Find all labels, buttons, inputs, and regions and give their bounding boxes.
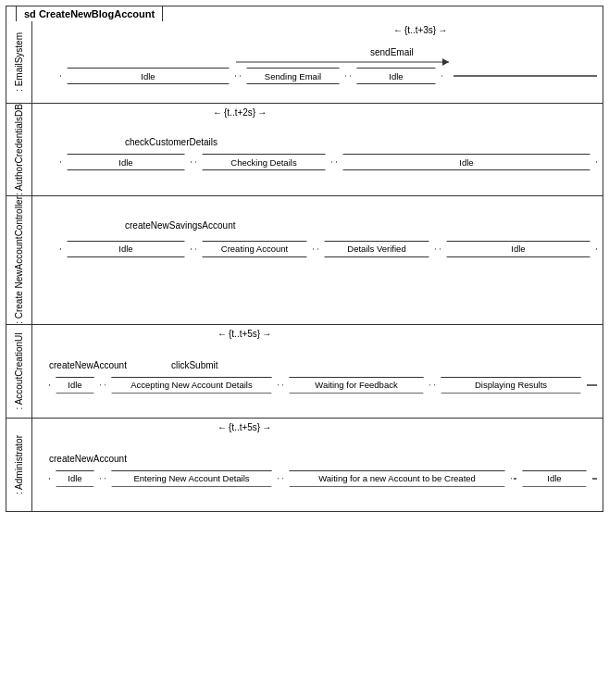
svg-marker-3 <box>442 58 449 66</box>
duration-text-email: {t..t+3s} <box>404 25 436 35</box>
arrow-left-author: ← <box>213 107 222 118</box>
lane-content-ui: ← {t..t+5s} → createNewAccount clickSubm… <box>32 325 603 418</box>
lane-content-author: ← {t..t+2s} → checkCustomerDetails Idle … <box>32 104 603 193</box>
msg-create-new-acct-ui: createNewAccount <box>49 360 127 370</box>
diagram-title: sd CreateNewBlogAccount <box>16 6 163 21</box>
lifeline-svg-email <box>32 21 603 103</box>
msg-create-savings: createNewSavingsAccount <box>125 220 236 231</box>
arrow-left-ui: ← <box>218 329 227 339</box>
state-accepting-details: Accepting New Account Details <box>105 377 279 394</box>
sequence-diagram: sd CreateNewBlogAccount : EmailSystem ← … <box>6 6 603 512</box>
msg-send-email: sendEmail <box>370 47 414 57</box>
state-idle-email-2: Idle <box>350 68 442 84</box>
duration-text-author: {t..t+2s} <box>224 107 255 118</box>
lifeline-svg-author <box>32 104 603 193</box>
state-idle-ui-1: Idle <box>49 377 101 394</box>
lane-label-controller: : Create NewAccountController <box>14 196 25 324</box>
duration-admin: ← {t..t+5s} → <box>218 422 271 432</box>
lifeline-svg-admin <box>32 419 603 511</box>
lane-label-wrap-admin: : Administrator <box>6 419 32 511</box>
arrow-right-author: → <box>257 107 267 118</box>
state-creating-account: Creating Account <box>195 241 314 257</box>
duration-text-ui: {t..t+5s} <box>229 329 260 339</box>
duration-author: ← {t..t+2s} → <box>213 107 267 118</box>
lane-account-controller: : Create NewAccountController createNewS… <box>6 196 603 325</box>
lane-label-wrap-author: : AuthorCredentialsDB <box>6 104 32 195</box>
state-idle-email-1: Idle <box>60 68 236 84</box>
state-displaying-results: Displaying Results <box>434 377 588 394</box>
state-idle-ctrl-2: Idle <box>440 241 597 257</box>
state-idle-admin-1: Idle <box>49 470 101 487</box>
state-entering-details: Entering New Account Details <box>105 470 279 487</box>
lane-label-admin: : Administrator <box>14 435 25 494</box>
arrow-left-admin: ← <box>218 422 227 432</box>
state-idle-author-1: Idle <box>60 154 192 170</box>
lane-label-email: : EmailSystem <box>14 32 25 92</box>
lane-content-email: ← {t..t+3s} → sendEmail <box>32 21 603 103</box>
lane-label-author: : AuthorCredentialsDB <box>14 104 25 195</box>
lifeline-svg-ui <box>32 325 603 418</box>
msg-check-customer: checkCustomerDetails <box>125 137 218 147</box>
lane-email-system: : EmailSystem ← {t..t+3s} → sendEmail <box>6 21 603 104</box>
arrow-right-ui: → <box>262 329 271 339</box>
lanes-container: : EmailSystem ← {t..t+3s} → sendEmail <box>6 21 603 511</box>
arrow-right-admin: → <box>262 422 271 432</box>
arrow-right-email: → <box>438 25 447 35</box>
state-waiting-feedback: Waiting for Feedback <box>282 377 430 394</box>
lane-label-wrap-controller: : Create NewAccountController <box>6 196 32 324</box>
lane-label-wrap-email: : EmailSystem <box>6 21 32 103</box>
lifeline-svg-controller <box>32 196 603 278</box>
msg-create-new-acct-admin: createNewAccount <box>49 454 127 464</box>
lane-creation-ui: : AccoutCreationUI ← {t..t+5s} → createN… <box>6 325 603 419</box>
lane-author-credentials: : AuthorCredentialsDB ← {t..t+2s} → chec… <box>6 104 603 196</box>
state-waiting-new-acct: Waiting for a new Account to be Created <box>282 470 512 487</box>
arrow-left-email: ← <box>393 25 403 35</box>
lane-content-admin: ← {t..t+5s} → createNewAccount Idle Ente… <box>32 419 603 511</box>
duration-email: ← {t..t+3s} → <box>393 25 447 35</box>
msg-click-submit: clickSubmit <box>171 360 218 370</box>
lane-content-controller: createNewSavingsAccount Idle Creating Ac… <box>32 196 603 278</box>
lane-label-wrap-ui: : AccoutCreationUI <box>6 325 32 418</box>
duration-ui: ← {t..t+5s} → <box>218 329 271 339</box>
state-checking-details: Checking Details <box>195 154 332 170</box>
state-details-verified: Details Verified <box>317 241 436 257</box>
state-idle-admin-2: Idle <box>516 470 593 487</box>
lane-administrator: : Administrator ← {t..t+5s} → createNewA… <box>6 419 603 511</box>
state-sending-email: Sending Email <box>240 68 346 84</box>
lane-label-ui: : AccoutCreationUI <box>14 332 25 409</box>
duration-text-admin: {t..t+5s} <box>229 422 260 432</box>
state-idle-ctrl-1: Idle <box>60 241 192 257</box>
state-idle-author-2: Idle <box>336 154 597 170</box>
